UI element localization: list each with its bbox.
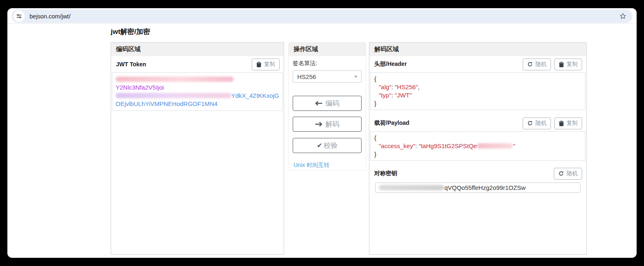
symmetric-key-value: qVQQo55ffeHzg2o99r1OZSw <box>444 184 526 191</box>
json-open-brace: { <box>374 75 376 82</box>
browser-window: bejson.com/jwt/ jwt解密/加密 编码区域 JWT Token <box>7 8 637 258</box>
redacted-blur <box>116 93 231 98</box>
page-content: jwt解密/加密 编码区域 JWT Token 复制 Y2Nlc3Nfa2V5I… <box>7 24 637 257</box>
algorithm-select[interactable]: HS256 <box>293 70 362 83</box>
screen: bejson.com/jwt/ jwt解密/加密 编码区域 JWT Token <box>0 0 644 266</box>
decode-button-label: 解码 <box>325 119 339 129</box>
payload-copy-label: 复制 <box>567 119 578 127</box>
url-text[interactable]: bejson.com/jwt/ <box>30 13 619 20</box>
payload-random-label: 随机 <box>535 119 546 127</box>
header-copy-button[interactable]: 复制 <box>554 59 582 70</box>
check-icon: ✔ <box>317 142 322 149</box>
encode-panel-header: 编码区域 <box>111 43 284 56</box>
symmetric-key-input[interactable]: qVQQo55ffeHzg2o99r1OZSw <box>375 183 580 193</box>
json-line: { <box>374 134 581 142</box>
json-colon: : <box>391 92 395 99</box>
key-section-row: 对称密钥 随机 <box>369 165 586 182</box>
refresh-icon <box>527 120 533 126</box>
header-random-label: 随机 <box>535 61 546 68</box>
address-bar[interactable]: bejson.com/jwt/ <box>11 9 633 23</box>
json-line: } <box>374 99 581 108</box>
encode-button-label: 编码 <box>325 99 339 108</box>
json-line: "alg": "HS256", <box>374 83 581 91</box>
header-json-box[interactable]: { "alg": "HS256", "typ": "JWT" } <box>370 72 585 110</box>
clipboard-icon <box>559 61 564 68</box>
json-value-close: " <box>513 142 515 149</box>
json-value: "JWT" <box>395 92 412 99</box>
redacted-blur <box>477 143 513 149</box>
json-line: } <box>374 150 581 158</box>
algorithm-label: 签名算法: <box>293 60 362 67</box>
redacted-blur <box>379 185 444 190</box>
decode-panel: 解码区域 头部/Header 随机 <box>369 42 587 255</box>
json-value: "HS256" <box>395 83 418 90</box>
header-random-button[interactable]: 随机 <box>523 59 551 70</box>
encode-button[interactable]: 编码 <box>293 96 362 111</box>
site-settings-button[interactable] <box>14 11 25 22</box>
refresh-icon <box>527 61 533 67</box>
json-line: "access_key": "taHg9S1tG2SPStQe" <box>374 142 581 150</box>
json-close-brace: } <box>374 151 376 158</box>
action-panel: 操作区域 签名算法: HS256 编码 <box>288 42 366 170</box>
payload-section-row: 载荷/Payload 随机 复制 <box>369 115 586 131</box>
algorithm-selected-value: HS256 <box>297 73 316 80</box>
token-signature-segment: YdkX_4ZtKKxojG <box>231 92 279 99</box>
token-line: YdkX_4ZtKKxojG <box>116 92 279 100</box>
jwt-token-label: JWT Token <box>116 61 146 68</box>
verify-button-label: 校验 <box>323 141 337 150</box>
decode-button[interactable]: 解码 <box>293 117 362 132</box>
token-signature-segment: OEjvlbULhYiVMPNEHodRGOF1MN4 <box>116 100 218 107</box>
json-key: "typ" <box>379 92 391 99</box>
browser-toolbar: bejson.com/jwt/ <box>7 8 637 24</box>
jwt-token-textarea[interactable]: Y2Nlc3Nfa2V5Ijoi YdkX_4ZtKKxojG OEjvlbUL… <box>112 72 283 111</box>
json-key: "access_key" <box>379 142 415 149</box>
bookmark-star-icon[interactable] <box>619 12 627 20</box>
action-panel-header: 操作区域 <box>289 43 366 56</box>
action-panel-body: 签名算法: HS256 编码 <box>289 60 366 169</box>
token-payload-segment: Y2Nlc3Nfa2V5Ijoi <box>116 84 164 91</box>
header-section-buttons: 随机 复制 <box>523 59 582 70</box>
arrow-right-icon <box>315 122 323 127</box>
key-section-label: 对称密钥 <box>374 170 397 177</box>
json-key: "alg" <box>379 83 391 90</box>
header-copy-label: 复制 <box>567 61 578 68</box>
token-line: Y2Nlc3Nfa2V5Ijoi <box>116 75 279 92</box>
redacted-blur <box>116 77 234 82</box>
encode-panel: 编码区域 JWT Token 复制 Y2Nlc3Nfa2V5Ijoi YdkX_… <box>111 42 284 255</box>
json-colon: : <box>391 83 395 90</box>
payload-copy-button[interactable]: 复制 <box>554 117 582 129</box>
payload-section-buttons: 随机 复制 <box>523 117 582 129</box>
payload-section-label: 载荷/Payload <box>374 119 410 127</box>
payload-random-button[interactable]: 随机 <box>523 117 551 129</box>
payload-json-box[interactable]: { "access_key": "taHg9S1tG2SPStQe" } <box>370 131 585 161</box>
arrow-left-icon <box>315 101 323 106</box>
clipboard-icon <box>559 120 564 126</box>
json-line: { <box>374 75 581 83</box>
clipboard-icon <box>256 61 262 68</box>
json-close-brace: } <box>374 100 376 107</box>
copy-token-button[interactable]: 复制 <box>252 59 280 70</box>
key-random-label: 随机 <box>567 170 578 177</box>
decode-panel-header: 解码区域 <box>369 43 586 56</box>
unix-time-link[interactable]: Unix 时间互转 <box>294 162 330 169</box>
token-line: OEjvlbULhYiVMPNEHodRGOF1MN4 <box>116 100 279 108</box>
json-value: "taHg9S1tG2SPStQe <box>419 142 477 149</box>
json-comma: , <box>418 83 420 90</box>
header-section-label: 头部/Header <box>374 61 407 68</box>
copy-token-label: 复制 <box>264 61 275 68</box>
header-section-row: 头部/Header 随机 复制 <box>369 56 586 72</box>
jwt-token-row: JWT Token 复制 <box>111 56 284 72</box>
verify-button[interactable]: ✔ 校验 <box>293 138 362 153</box>
chevron-down-icon <box>354 76 357 78</box>
key-random-button[interactable]: 随机 <box>554 168 582 180</box>
page-title: jwt解密/加密 <box>111 27 150 36</box>
json-line: "typ": "JWT" <box>374 91 581 99</box>
json-open-brace: { <box>374 134 376 141</box>
refresh-icon <box>558 171 564 176</box>
tune-icon <box>16 13 22 19</box>
